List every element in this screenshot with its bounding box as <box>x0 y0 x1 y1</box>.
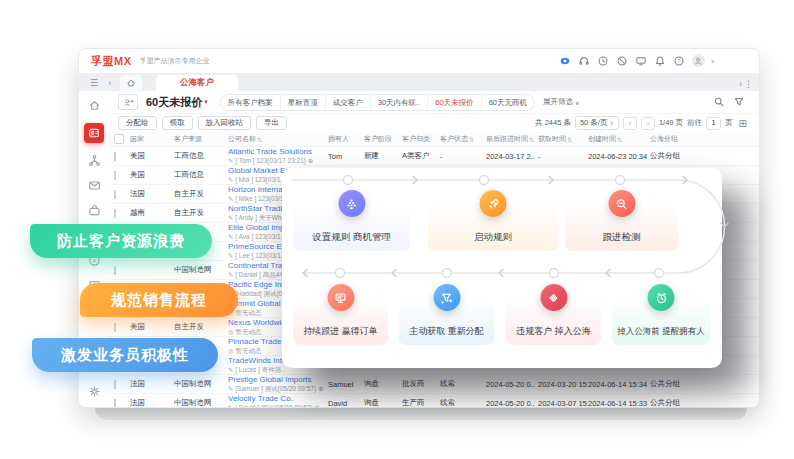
column-header: 客户归类 <box>402 134 440 144</box>
cell-category: A类客户 <box>402 151 440 161</box>
cell-acquired: 2024-03-20 15:03 <box>538 380 588 389</box>
sort-icon[interactable]: ⇅ <box>469 136 474 143</box>
column-header[interactable]: 公司名称⇅ <box>228 134 328 144</box>
bell-icon[interactable] <box>654 54 667 67</box>
cell-country: 越南 <box>130 208 174 218</box>
row-checkbox[interactable] <box>114 323 116 332</box>
knot-icon <box>540 284 567 311</box>
back-chevron-icon[interactable]: ‹ <box>102 75 118 91</box>
sidebar-item-customers[interactable] <box>84 123 104 143</box>
column-header[interactable]: 创建时间⇅ <box>588 134 650 144</box>
cell-source: 自主开发 <box>174 322 228 332</box>
dnd-icon[interactable] <box>616 54 629 67</box>
page-size-select[interactable]: 50 条/页 ∨ <box>575 116 619 130</box>
row-checkbox[interactable] <box>114 266 116 275</box>
cell-stage: 询盘 <box>364 379 402 389</box>
action-button[interactable]: 分配给 <box>118 116 157 130</box>
more-tabs-icon[interactable]: › <box>739 79 742 89</box>
column-header[interactable]: 获取时间⇅ <box>538 134 588 144</box>
row-checkbox[interactable] <box>114 380 116 389</box>
cell-company[interactable]: Atlantic Trade Solutions✎ [ Tom ] 123(03… <box>228 147 328 164</box>
cell-company[interactable]: Prestige Global Imports✎ [Samuel ] 测试(05… <box>228 375 328 392</box>
tab-overflow-icon[interactable]: ⋮ <box>744 79 753 89</box>
theme-icon[interactable] <box>559 54 572 67</box>
view-selector[interactable]: 60天未报价 ▾ <box>146 95 208 110</box>
sidebar-item-org[interactable] <box>87 153 102 168</box>
chevron-down-icon: ∨ <box>575 99 579 106</box>
workflow-step: 违规客户 掉入公海 <box>506 298 601 345</box>
filter-pill[interactable]: 60天无商机 <box>482 95 534 110</box>
alarm-icon <box>648 284 675 311</box>
hamburger-menu-icon[interactable]: ☰ <box>86 75 102 91</box>
table-row[interactable]: 美国工商信息Atlantic Trade Solutions✎ [ Tom ] … <box>109 147 759 166</box>
row-checkbox[interactable] <box>114 171 116 180</box>
sort-icon[interactable]: ⇅ <box>529 136 534 143</box>
cell-created: 2024-06-14 15:33 <box>588 399 650 408</box>
filter-pill[interactable]: 60天未报价 <box>428 95 481 110</box>
goto-page-input[interactable]: 1 <box>706 117 721 130</box>
cell-created: 2024-06-14 15:34 <box>588 380 650 389</box>
sort-icon[interactable]: ⇅ <box>567 136 572 143</box>
cell-country: 美国 <box>130 322 174 332</box>
cell-acquired: - <box>538 152 588 161</box>
row-checkbox[interactable] <box>114 152 116 161</box>
workflow-step: 跟进检测 <box>565 204 678 251</box>
prev-page-button[interactable]: ‹ <box>623 117 637 130</box>
tab-strip: ☰ ‹ 公海客户 ›⋮ <box>79 73 759 91</box>
filter-pill[interactable]: 星标置顶 <box>281 95 326 110</box>
sidebar-item-mail[interactable] <box>87 178 102 193</box>
help-icon[interactable]: ? <box>673 54 686 67</box>
search-icon[interactable] <box>712 96 725 109</box>
sidebar-item-settings[interactable] <box>87 384 102 399</box>
filter-funnel-icon[interactable] <box>732 96 745 109</box>
monitor-icon <box>327 284 354 311</box>
cell-company[interactable]: Velocity Trade Co.✎ [ David ] 测试(05/20 0… <box>228 394 328 408</box>
marketing-badge: 激发业务员积极性 <box>32 338 218 372</box>
action-button[interactable]: 导出 <box>256 116 287 130</box>
action-bar: 分配给领取放入回收站导出 共 2445 条 50 条/页 ∨ ‹ › 1/49 … <box>109 114 759 132</box>
expand-filters-button[interactable]: 展开筛选 ∨ <box>543 97 579 107</box>
history-icon[interactable] <box>597 54 610 67</box>
tab-home[interactable] <box>120 75 142 91</box>
sidebar-item-home[interactable] <box>87 98 102 113</box>
next-page-button[interactable]: › <box>641 117 655 130</box>
caret-down-icon: ▾ <box>204 98 208 106</box>
workflow-overlay-card: 设置规则 商机管理启动规则跟进检测 持续跟进 赢得订单主动获取 重新分配违规客户… <box>282 168 722 368</box>
filter-pill[interactable]: 成交客户 <box>326 95 371 110</box>
column-header[interactable]: 最后跟进时间⇅ <box>486 134 538 144</box>
column-settings-icon[interactable]: ⊞ <box>739 118 747 129</box>
avatar-caret-icon[interactable]: ∨ <box>711 57 715 64</box>
sort-icon[interactable]: ⇅ <box>617 136 622 143</box>
row-checkbox[interactable] <box>114 190 116 199</box>
person-add-icon <box>123 97 134 108</box>
cell-stage: 询盘 <box>364 398 402 408</box>
action-button[interactable]: 领取 <box>162 116 193 130</box>
cell-country: 法国 <box>130 189 174 199</box>
column-header <box>114 134 130 144</box>
workflow-step-label: 违规客户 掉入公海 <box>516 325 591 338</box>
rules-funnel-icon <box>338 190 365 217</box>
add-contact-button[interactable] <box>118 94 138 110</box>
cell-source: 中国制造网 <box>174 265 228 275</box>
sidebar-item-products[interactable] <box>87 203 102 218</box>
column-header: 公海分组 <box>650 134 759 144</box>
filter-pill[interactable]: 所有客户档案 <box>221 95 281 110</box>
tab-public-customers[interactable]: 公海客户 <box>156 75 238 91</box>
row-checkbox[interactable] <box>114 399 116 408</box>
table-row[interactable]: 法国中国制造网Prestige Global Imports✎ [Samuel … <box>109 375 759 394</box>
filter-pill[interactable]: 30天内有联.. <box>371 95 429 110</box>
row-checkbox[interactable] <box>114 209 116 218</box>
devices-icon[interactable] <box>635 54 648 67</box>
svg-text:?: ? <box>678 57 681 63</box>
table-row[interactable]: 法国中国制造网Velocity Trade Co.✎ [ David ] 测试(… <box>109 394 759 408</box>
cell-source: 中国制造网 <box>174 379 228 389</box>
user-avatar[interactable] <box>692 54 705 67</box>
action-button[interactable]: 放入回收站 <box>198 116 252 130</box>
cell-owner: Samuel <box>328 380 364 389</box>
cell-category: 批发商 <box>402 379 440 389</box>
sort-icon[interactable]: ⇅ <box>257 136 262 143</box>
headset-icon[interactable] <box>578 54 591 67</box>
select-all-checkbox[interactable] <box>114 134 124 144</box>
cell-source: 自主开发 <box>174 189 228 199</box>
column-header[interactable]: 客户状态⇅ <box>440 134 486 144</box>
